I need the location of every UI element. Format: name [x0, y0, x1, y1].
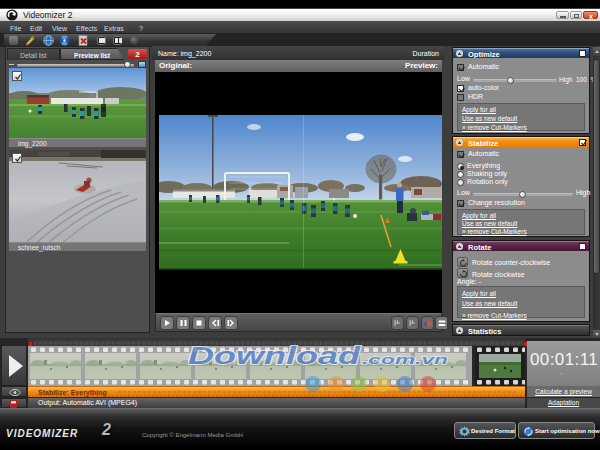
svg-text:.com.vn: .com.vn: [362, 352, 448, 367]
svg-text:Download: Download: [188, 343, 361, 369]
